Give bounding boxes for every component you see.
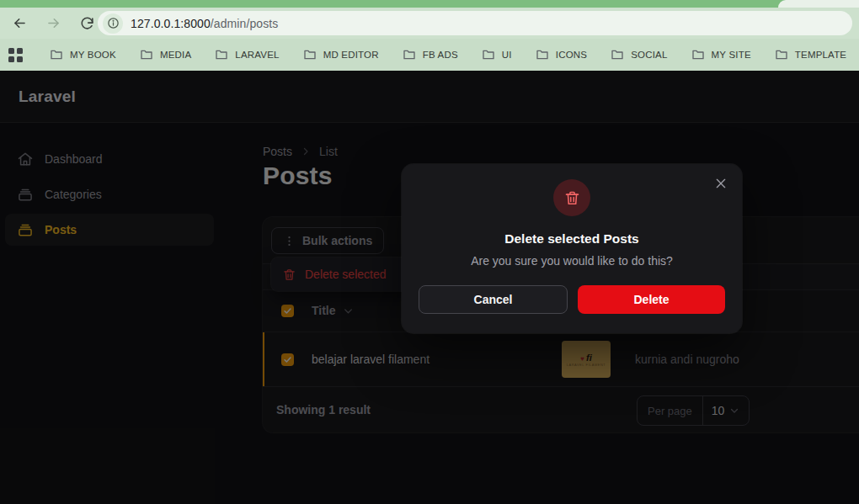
delete-confirmation-modal: Delete selected Posts Are you sure you w… [402,164,742,333]
bookmark-item-social[interactable]: SOCIAL [599,43,679,66]
bookmarks-bar: MY BOOK MEDIA LARAVEL MD EDITOR FB ADS U… [0,39,859,71]
bookmark-item-fb-ads[interactable]: FB ADS [391,43,470,66]
bookmark-item-ui[interactable]: UI [470,43,524,66]
bookmark-item-laravel[interactable]: LARAVEL [203,43,291,66]
modal-actions: Cancel Delete [419,285,725,314]
close-icon [714,177,728,190]
folder-icon [403,48,416,61]
modal-title: Delete selected Posts [419,231,725,247]
bookmark-label: FB ADS [423,50,458,60]
folder-icon [691,48,705,61]
trash-icon [563,189,581,207]
folder-icon [140,48,153,61]
bookmark-item-my-book[interactable]: MY BOOK [38,43,128,66]
bookmark-label: MD EDITOR [323,50,379,60]
site-info-button[interactable] [103,13,123,34]
bookmark-label: TEMPLATE [795,50,846,60]
bookmark-label: MY BOOK [70,50,116,60]
bookmark-label: SOCIAL [631,50,667,60]
folder-icon [215,48,228,61]
reload-button[interactable] [72,11,101,36]
apps-grid-icon[interactable] [8,48,23,62]
bookmark-item-md-editor[interactable]: MD EDITOR [291,43,391,66]
bookmark-label: UI [502,50,512,60]
bookmark-item-template[interactable]: TEMPLATE [763,43,858,66]
folder-icon [482,48,495,61]
url-path: /admin/posts [211,17,279,30]
folder-icon [50,48,63,61]
browser-frame-strip [0,0,859,8]
folder-icon [775,48,788,61]
bookmark-item-my-site[interactable]: MY SITE [680,43,763,66]
bookmark-item-icons[interactable]: ICONS [524,43,599,66]
reload-icon [79,15,95,31]
url-host: 127.0.0.1:8000 [131,17,211,30]
folder-icon [611,48,624,61]
back-button[interactable] [5,11,34,36]
delete-button[interactable]: Delete [578,285,725,314]
bookmark-item-media[interactable]: MEDIA [128,43,203,66]
danger-icon-circle [553,179,590,216]
bookmark-label: ICONS [556,50,587,60]
browser-toolbar: 127.0.0.1:8000/admin/posts [0,8,859,39]
address-bar[interactable]: 127.0.0.1:8000/admin/posts [98,11,852,35]
bookmark-label: MY SITE [712,50,751,60]
forward-button[interactable] [39,11,67,36]
folder-icon [303,48,317,61]
tab-corner [778,0,859,8]
forward-arrow-icon [45,15,61,31]
bookmark-label: MEDIA [160,50,191,60]
back-arrow-icon [12,15,28,31]
url-text: 127.0.0.1:8000/admin/posts [131,17,278,30]
modal-message: Are you sure you would like to do this? [419,254,725,268]
info-icon [107,17,120,29]
folder-icon [536,48,549,61]
browser-window: 127.0.0.1:8000/admin/posts MY BOOK MEDIA… [0,0,859,504]
modal-close-button[interactable] [712,174,730,193]
bookmark-label: LARAVEL [235,50,279,60]
cancel-button[interactable]: Cancel [419,285,568,314]
